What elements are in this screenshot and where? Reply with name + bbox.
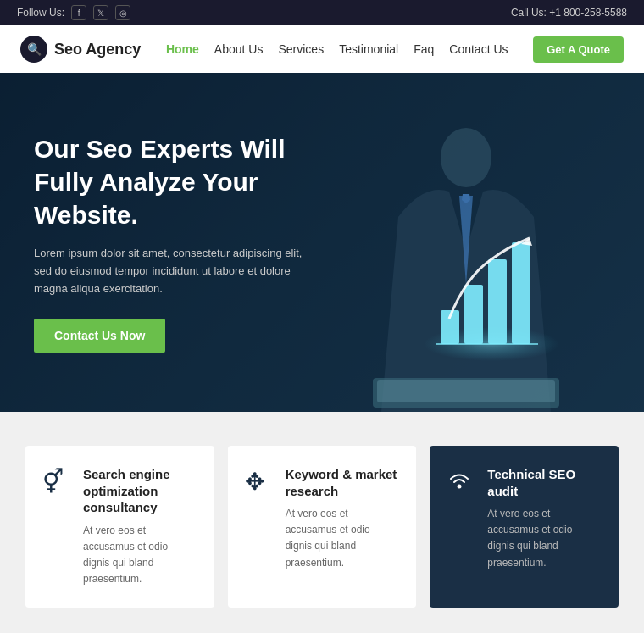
hero-section: Our Seo Experts Will Fully Analyze Your … xyxy=(0,73,644,412)
logo-icon: 🔍 xyxy=(20,36,47,63)
card-header-1: ⚥ Search engine optimization consultancy xyxy=(42,466,197,516)
services-grid: ⚥ Search engine optimization consultancy… xyxy=(25,446,619,608)
call-us: Call Us: +1 800-258-5588 xyxy=(511,7,627,19)
services-section: ⚥ Search engine optimization consultancy… xyxy=(0,412,644,633)
nav-about[interactable]: About Us xyxy=(214,42,264,56)
card-text-2: At vero eos et accusamus et odio dignis … xyxy=(286,506,400,571)
card-header-3: Technical SEO audit xyxy=(447,466,602,499)
card-title-3: Technical SEO audit xyxy=(487,466,602,499)
service-card-seo: ⚥ Search engine optimization consultancy… xyxy=(25,446,214,608)
nav-faq[interactable]: Faq xyxy=(414,42,434,56)
nav-links: Home About Us Services Testimonial Faq C… xyxy=(166,42,508,57)
wifi-icon xyxy=(447,468,477,499)
move-icon: ✥ xyxy=(245,468,275,496)
logo: 🔍 Seo Agency xyxy=(20,36,141,63)
nav-home[interactable]: Home xyxy=(166,42,199,56)
nav-contact[interactable]: Contact Us xyxy=(449,42,508,56)
twitter-icon[interactable]: 𝕏 xyxy=(93,5,108,20)
service-card-audit: Technical SEO audit At vero eos et accus… xyxy=(430,446,619,608)
svg-point-10 xyxy=(458,485,462,489)
hero-body: Lorem ipsum dolor sit amet, consectetur … xyxy=(34,245,322,297)
nav-testimonial[interactable]: Testimonial xyxy=(339,42,398,56)
gender-icon: ⚥ xyxy=(42,468,73,496)
hero-content: Our Seo Experts Will Fully Analyze Your … xyxy=(0,73,644,412)
card-text-1: At vero eos et accusamus et odio dignis … xyxy=(83,523,197,588)
navbar: 🔍 Seo Agency Home About Us Services Test… xyxy=(0,25,644,73)
instagram-icon[interactable]: ◎ xyxy=(115,5,130,20)
teaser-section: Increase organic website traffic and enh… xyxy=(0,633,644,644)
hero-headline: Our Seo Experts Will Fully Analyze Your … xyxy=(34,132,339,231)
facebook-icon[interactable]: f xyxy=(71,5,86,20)
card-title-1: Search engine optimization consultancy xyxy=(83,466,197,516)
nav-services[interactable]: Services xyxy=(278,42,324,56)
logo-text: Seo Agency xyxy=(54,41,141,58)
follow-label: Follow Us: xyxy=(17,7,64,19)
card-header-2: ✥ Keyword & market research xyxy=(245,466,400,499)
card-title-2: Keyword & market research xyxy=(286,466,400,499)
get-quote-button[interactable]: Get A Quote xyxy=(533,36,624,63)
follow-us: Follow Us: f 𝕏 ◎ xyxy=(17,5,130,20)
contact-now-button[interactable]: Contact Us Now xyxy=(34,319,165,353)
service-card-keyword: ✥ Keyword & market research At vero eos … xyxy=(228,446,417,608)
card-text-3: At vero eos et accusamus et odio dignis … xyxy=(487,506,602,571)
top-bar: Follow Us: f 𝕏 ◎ Call Us: +1 800-258-558… xyxy=(0,0,644,25)
